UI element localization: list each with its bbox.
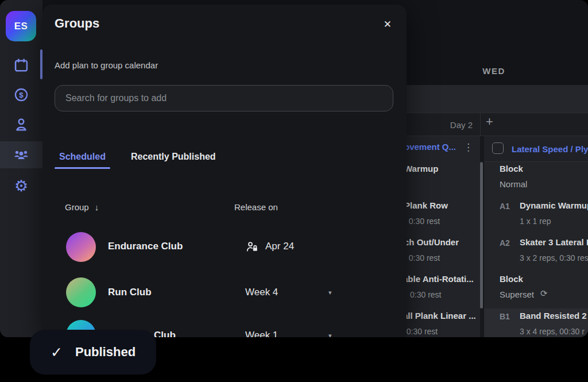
- exercise-detail: 3 x 2 reps, 0:30 res: [520, 252, 588, 264]
- sidebar-item-calendar[interactable]: [0, 52, 42, 79]
- svg-text:$: $: [19, 90, 24, 99]
- block-label: Block: [500, 163, 523, 175]
- release-week[interactable]: Week 4: [245, 287, 278, 298]
- group-avatar: [66, 277, 96, 307]
- exercise-name: Skater 3 Lateral Hop: [520, 237, 588, 248]
- group-avatar: [66, 232, 96, 262]
- exercise-detail: , 0:30 rest: [404, 252, 440, 264]
- exercise-name: Plank Row: [404, 200, 448, 211]
- superset-cycle-icon: ⟳: [540, 288, 548, 299]
- calendar-icon: [13, 57, 29, 74]
- chevron-down-icon[interactable]: ▾: [328, 332, 332, 337]
- exercise-index: A1: [500, 200, 510, 212]
- day-label: Day 2: [431, 120, 473, 130]
- sidebar-item-athletes[interactable]: [0, 111, 42, 138]
- group-name: Club: [154, 330, 176, 337]
- exercise-detail: . 0:30 rest: [402, 326, 438, 337]
- sidebar-item-billing[interactable]: $: [0, 81, 42, 108]
- gear-icon: ⚙: [14, 179, 28, 194]
- workout-checkbox[interactable]: [492, 142, 504, 154]
- exercise-label: Warmup: [404, 163, 438, 175]
- block-type: Superset: [500, 289, 534, 300]
- exercise-index: B1: [500, 311, 510, 322]
- close-icon[interactable]: ✕: [384, 18, 392, 30]
- sidebar-item-settings[interactable]: ⚙: [0, 173, 42, 200]
- exercise-name: able Anti-Rotati...: [403, 273, 474, 285]
- weekday-header: WED: [465, 66, 523, 76]
- tab-recently-published[interactable]: Recently Published: [131, 152, 216, 162]
- exercise-detail: 0:30 rest: [410, 289, 441, 300]
- column-divider: [480, 113, 481, 136]
- exercise-index: A2: [500, 237, 510, 249]
- exercise-detail: 1 x 1 rep: [520, 215, 551, 227]
- group-name: Run Club: [108, 287, 152, 298]
- block-type: Normal: [500, 179, 527, 190]
- workout-title-link[interactable]: ovement Q...: [404, 141, 456, 153]
- dollar-icon: $: [13, 87, 29, 103]
- block-label: Block: [500, 273, 523, 285]
- person-lock-icon: [245, 240, 259, 256]
- group-name: Endurance Club: [108, 241, 183, 252]
- exercise-name: ch Out/Under: [404, 237, 459, 248]
- column-header-release: Release on: [234, 202, 278, 212]
- published-toast: ✓ Published: [30, 330, 156, 375]
- card-scrollbar[interactable]: [480, 162, 483, 308]
- workout-card-lateral-speed[interactable]: Lateral Speed / Plyo Block Normal A1 Dyn…: [484, 136, 588, 337]
- exercise-detail: 3 x 4 reps, 00:30 r: [520, 326, 585, 337]
- sidebar: ES $: [0, 0, 42, 337]
- toast-label: Published: [75, 345, 136, 360]
- exercise-detail: , 0:30 rest: [404, 215, 440, 227]
- search-input[interactable]: [55, 85, 393, 111]
- chevron-down-icon[interactable]: ▾: [328, 289, 332, 296]
- groups-modal: Groups ✕ Add plan to group calendar Sche…: [42, 5, 407, 337]
- check-icon: ✓: [51, 344, 63, 361]
- add-workout-button[interactable]: +: [486, 115, 493, 128]
- sort-descending-icon: ↓: [95, 202, 99, 212]
- exercise-name: all Plank Linear ...: [403, 310, 476, 322]
- account-logo[interactable]: ES: [6, 11, 36, 41]
- sidebar-item-groups[interactable]: [0, 141, 42, 168]
- release-week[interactable]: Week 1: [245, 330, 278, 337]
- kebab-menu-icon[interactable]: ⋮: [463, 141, 473, 153]
- exercise-name: Band Resisted 2 Step: [520, 310, 588, 322]
- person-icon: [13, 117, 29, 133]
- app-window: WED Day 2 + ovement Q... ⋮ Warmup Plank …: [0, 0, 588, 337]
- active-tab-underline: [55, 167, 110, 169]
- modal-title: Groups: [55, 16, 99, 31]
- groups-icon: [13, 146, 30, 164]
- column-header-group[interactable]: Group↓: [65, 202, 99, 212]
- exercise-name: Dynamic Warmup: [520, 200, 588, 211]
- tab-scheduled[interactable]: Scheduled: [59, 152, 106, 162]
- workout-title-link[interactable]: Lateral Speed / Plyo: [512, 144, 588, 155]
- release-date: Apr 24: [265, 241, 294, 252]
- modal-subtitle: Add plan to group calendar: [55, 60, 158, 70]
